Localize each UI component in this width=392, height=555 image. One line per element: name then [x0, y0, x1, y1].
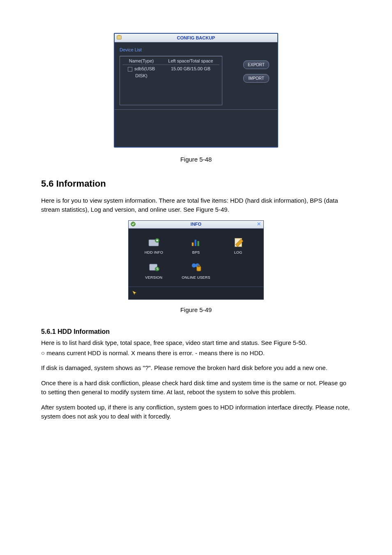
figure-caption-548: Figure 5-48 — [41, 155, 351, 164]
empty-cell — [217, 259, 259, 284]
hdd-info-icon — [147, 236, 161, 248]
row-name: sdb5(USB DISK) — [134, 66, 155, 78]
info-grid: HDD INFO BPS LOG VERSION — [129, 229, 263, 287]
info-icon — [130, 221, 136, 227]
figure-caption-549: Figure 5-49 — [41, 305, 351, 315]
row-name-cell: sdb5(USB DISK) — [122, 65, 160, 79]
menu-label: BPS — [192, 250, 200, 256]
bps-icon — [189, 236, 203, 248]
svg-rect-6 — [195, 240, 196, 246]
side-buttons: EXPORT IMPORT — [243, 60, 269, 83]
section-heading-5-6: 5.6 Information — [41, 177, 351, 190]
info-titlebar: INFO ✕ — [129, 221, 263, 229]
svg-rect-7 — [197, 241, 199, 246]
log-icon — [231, 236, 245, 248]
export-button[interactable]: EXPORT — [243, 60, 269, 69]
row-space: 15.00 GB/15.00 GB — [162, 65, 219, 79]
svg-point-4 — [157, 239, 158, 241]
info-footer — [129, 287, 263, 299]
menu-log[interactable]: LOG — [217, 234, 259, 259]
sec561-p2: ○ means current HDD is normal. X means t… — [41, 349, 351, 358]
sec561-p5: After system booted up, if there is any … — [41, 403, 351, 421]
sec561-p3: If disk is damaged, system shows as "?".… — [41, 363, 351, 373]
menu-online-users[interactable]: ONLINE USERS — [175, 259, 217, 284]
col-space-header: Left space/Total space — [162, 58, 219, 65]
table-row[interactable]: sdb5(USB DISK) 15.00 GB/15.00 GB — [122, 65, 219, 79]
menu-label: ONLINE USERS — [182, 275, 210, 281]
menu-label: HDD INFO — [145, 250, 163, 256]
import-button[interactable]: IMPORT — [243, 74, 269, 83]
config-backup-dialog: CONFIG BACKUP Device List Name(Type) Lef… — [114, 33, 278, 148]
online-users-icon — [189, 261, 203, 273]
menu-label: LOG — [234, 250, 242, 256]
dialog-body: Device List Name(Type) Left space/Total … — [115, 42, 277, 147]
cursor-icon — [132, 290, 138, 296]
dialog-titlebar: CONFIG BACKUP — [115, 34, 277, 42]
device-list-header: Name(Type) Left space/Total space — [122, 57, 219, 65]
info-dialog: INFO ✕ HDD INFO BPS LOG — [128, 220, 264, 300]
menu-version[interactable]: VERSION — [133, 259, 175, 284]
svg-rect-5 — [192, 242, 194, 246]
section-heading-5-6-1: 5.6.1 HDD Information — [41, 327, 351, 337]
menu-hdd-info[interactable]: HDD INFO — [133, 234, 175, 259]
config-backup-icon — [116, 35, 122, 40]
close-icon[interactable]: ✕ — [257, 222, 262, 227]
menu-bps[interactable]: BPS — [175, 234, 217, 259]
svg-rect-0 — [117, 36, 122, 39]
section-5-6-intro: Here is for you to view system informati… — [41, 196, 351, 215]
device-list-label: Device List — [120, 46, 272, 53]
col-name-header: Name(Type) — [122, 58, 160, 65]
info-title: INFO — [191, 221, 201, 228]
row-checkbox[interactable] — [128, 67, 132, 72]
sec561-p1: Here is to list hard disk type, total sp… — [41, 338, 351, 348]
device-list: Name(Type) Left space/Total space sdb5(U… — [120, 56, 222, 105]
menu-label: VERSION — [145, 275, 162, 281]
sec561-p4: Once there is a hard disk confliction, p… — [41, 379, 351, 397]
version-icon — [147, 261, 161, 273]
dialog-title: CONFIG BACKUP — [177, 35, 215, 42]
